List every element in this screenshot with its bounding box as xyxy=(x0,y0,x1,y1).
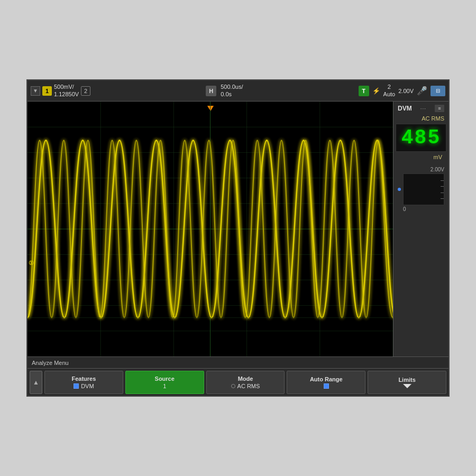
menu-item-mode[interactable]: Mode AC RMS xyxy=(206,371,285,394)
dvm-label: DVM xyxy=(398,105,412,112)
menu-item-source[interactable]: Source 1 xyxy=(125,371,204,394)
limits-label: Limits xyxy=(398,377,415,383)
screen-icon[interactable]: ⊟ xyxy=(431,86,445,96)
trig-volt: 2.00V xyxy=(398,88,414,94)
oscilloscope-frame: ▼ 1 500mV/ 1.12850V 2 H 500.0us/ 0.0s T … xyxy=(26,79,450,397)
mode-label: Mode xyxy=(238,376,253,382)
menu-item-features[interactable]: Features DVM xyxy=(44,371,123,394)
mode-dot xyxy=(231,384,235,388)
trigger-icon: ⚡ xyxy=(372,87,380,95)
toolbar-center: H 500.0us/ 0.0s xyxy=(94,84,355,97)
toolbar-left: ▼ 1 500mV/ 1.12850V 2 xyxy=(31,84,90,97)
ch1-badge[interactable]: 1 xyxy=(42,86,52,96)
main-area: ① xyxy=(28,102,448,356)
mode-value: AC RMS xyxy=(237,383,260,389)
waveform-svg xyxy=(28,102,393,356)
trig-mode: Auto xyxy=(383,91,396,98)
trigger-badge[interactable]: T xyxy=(359,86,369,96)
features-value: DVM xyxy=(81,383,94,389)
channel-menu-button[interactable]: ▼ xyxy=(31,86,40,96)
toolbar-right: T ⚡ 2 Auto 2.00V 🎤 ⊟ xyxy=(359,84,445,97)
dvm-scale-max: 2.00V xyxy=(431,167,444,172)
features-label: Features xyxy=(71,376,96,382)
dvm-doc-icon[interactable]: ≡ xyxy=(435,105,444,112)
mode-row: AC RMS xyxy=(231,383,260,389)
autorange-checkbox[interactable] xyxy=(324,383,329,389)
source-value: 1 xyxy=(163,383,166,389)
menu-scroll-button[interactable]: ▲ xyxy=(30,371,42,394)
mic-icon[interactable]: 🎤 xyxy=(417,86,427,96)
features-checkbox[interactable] xyxy=(74,383,79,389)
menu-item-limits[interactable]: Limits xyxy=(368,371,446,394)
ch2-badge[interactable]: 2 xyxy=(81,86,90,96)
menu-item-autorange[interactable]: Auto Range xyxy=(287,371,365,394)
features-row: DVM xyxy=(74,383,94,389)
autorange-label: Auto Range xyxy=(310,376,343,382)
dvm-indicator xyxy=(398,188,401,191)
time-per-div: 500.0us/ xyxy=(221,84,243,90)
source-label: Source xyxy=(155,376,175,382)
dvm-scale-zero: 0 xyxy=(403,206,406,212)
toolbar: ▼ 1 500mV/ 1.12850V 2 H 500.0us/ 0.0s T … xyxy=(28,80,448,102)
dvm-value: 485 xyxy=(396,124,446,152)
trig-ch: 2 xyxy=(388,84,391,90)
dvm-panel: DVM ··· ≡ AC RMS 485 mV 2.00V xyxy=(393,102,448,356)
time-offset: 0.0s xyxy=(221,91,243,98)
volt-offset: 1.12850V xyxy=(54,91,79,98)
status-text: Analyze Menu xyxy=(32,360,69,366)
h-badge[interactable]: H xyxy=(206,86,216,96)
scope-screen: ① xyxy=(28,102,393,356)
menu-bar: ▲ Features DVM Source 1 Mode AC RMS Auto… xyxy=(28,368,448,396)
dvm-header: DVM ··· ≡ xyxy=(396,104,446,113)
ac-rms-label: AC RMS xyxy=(396,115,446,122)
volt-per-div: 500mV/ xyxy=(54,84,79,90)
status-bar: Analyze Menu xyxy=(28,356,448,368)
limits-arrow-icon xyxy=(403,384,411,388)
dvm-unit: mV xyxy=(396,154,446,160)
dvm-dots: ··· xyxy=(420,106,426,112)
